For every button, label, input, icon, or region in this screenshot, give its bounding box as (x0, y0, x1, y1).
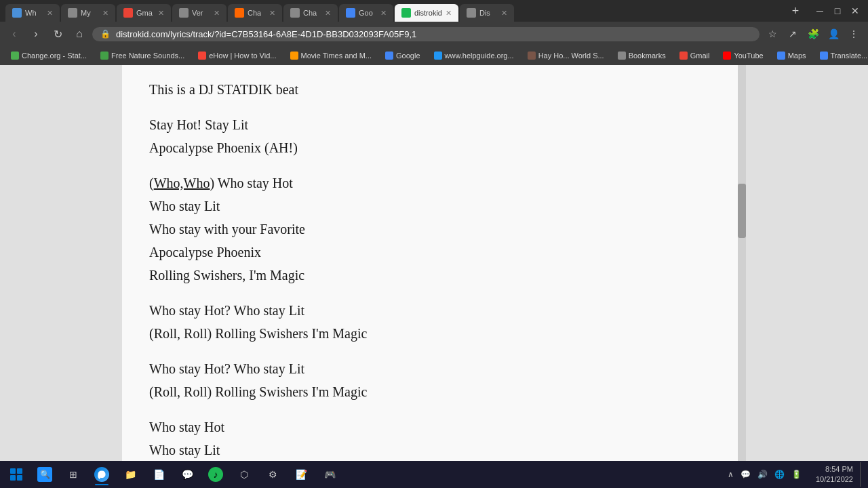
bookmark-helpguide[interactable]: www.helpguide.org... (429, 50, 519, 61)
bookmark-favicon-translate (820, 52, 828, 60)
taskbar-explorer[interactable]: 📁 (117, 462, 144, 487)
back-button[interactable]: ‹ (5, 25, 23, 43)
tab-favicon-3 (123, 8, 133, 18)
url-input[interactable] (116, 29, 751, 39)
bookmark-naturesounds[interactable]: Free Nature Sounds... (95, 50, 190, 61)
taskbar-edge[interactable] (88, 462, 115, 487)
lyrics-hook1: Who stay Hot? Who stay Lit (Roll, Roll) … (149, 300, 719, 344)
tab-label-5: Cha (248, 9, 261, 17)
share-button[interactable]: ↗ (784, 25, 802, 43)
bookmark-favicon-gmail (679, 52, 688, 60)
bookmark-star-button[interactable]: ☆ (764, 25, 781, 43)
tab-close-7[interactable]: ✕ (380, 9, 387, 18)
scrollbar-thumb[interactable] (738, 184, 746, 238)
tab-8-active[interactable]: distrokid ✕ (395, 4, 458, 22)
tab-close-5[interactable]: ✕ (269, 9, 275, 18)
who-who-link[interactable]: Who,Who (154, 176, 210, 190)
tab-close-3[interactable]: ✕ (158, 9, 164, 18)
taskbar-app1[interactable]: ⬡ (231, 462, 258, 487)
tab-9[interactable]: Dis ✕ (460, 4, 514, 22)
taskbar-spotify[interactable]: ♪ (202, 462, 229, 487)
taskbar-notepad[interactable]: 📄 (145, 462, 172, 487)
browser-content: This is a DJ STATDIK beat Stay Hot! Stay… (0, 65, 868, 461)
taskview-icon: ⊞ (66, 467, 81, 482)
tab-4[interactable]: Ver ✕ (172, 4, 226, 22)
notepad-icon: 📄 (151, 467, 166, 482)
tray-chevron[interactable]: ∧ (726, 468, 736, 481)
profile-button[interactable]: 👤 (825, 25, 842, 43)
bookmark-changeorg[interactable]: Change.org - Stat... (5, 50, 92, 61)
taskbar-clock[interactable]: 8:54 PM 10/21/2022 (810, 464, 859, 485)
lyrics-hook1-line1: Who stay Hot? Who stay Lit (149, 300, 719, 321)
bookmark-hayho[interactable]: Hay Ho... World S... (522, 50, 610, 61)
lyrics-verse1-line3: Who stay with your Favorite (149, 218, 719, 240)
tab-1[interactable]: Wh ✕ (5, 4, 60, 22)
taskbar-app2[interactable]: 📝 (288, 462, 315, 487)
show-desktop-button[interactable] (860, 462, 865, 487)
lyrics-verse1-line5: Rolling Swishers, I'm Magic (149, 264, 719, 286)
bookmark-label-ehow: eHow | How to Vid... (209, 52, 276, 60)
lyrics-hook2-line2: (Roll, Roll) Rolling Swishers I'm Magic (149, 381, 719, 403)
extensions-button[interactable]: 🧩 (804, 25, 822, 43)
bookmark-label-changeorg: Change.org - Stat... (22, 52, 87, 60)
bookmark-label-gmail: Gmail (690, 52, 710, 60)
tray-battery[interactable]: 🔋 (789, 468, 804, 481)
bookmark-gmail[interactable]: Gmail (674, 50, 715, 61)
windows-logo-icon (10, 468, 22, 481)
menu-button[interactable]: ⋮ (845, 25, 863, 43)
tab-close-2[interactable]: ✕ (102, 9, 108, 18)
window-controls: ─ □ ✕ (812, 3, 863, 18)
tab-close-4[interactable]: ✕ (214, 9, 220, 18)
taskbar-messaging[interactable]: 💬 (174, 462, 201, 487)
bookmark-favicon-ehow (198, 52, 206, 60)
tab-label-3: Gma (136, 9, 153, 17)
tray-volume[interactable]: 🔊 (755, 468, 770, 481)
tab-label-7: Goo (359, 9, 373, 17)
bookmark-movie[interactable]: Movie Times and M... (285, 50, 378, 61)
tab-5[interactable]: Cha ✕ (228, 4, 282, 22)
ssl-lock-icon: 🔒 (100, 29, 111, 39)
lyrics-verse2: Who stay Hot Who stay Lit Who stay with … (149, 416, 719, 461)
tab-close-9[interactable]: ✕ (501, 9, 507, 18)
taskbar-settings[interactable]: ⚙ (259, 462, 286, 487)
spotify-icon: ♪ (208, 467, 223, 482)
bookmark-label-nature: Free Nature Sounds... (111, 52, 184, 60)
tab-2[interactable]: My ✕ (61, 4, 115, 22)
tab-6[interactable]: Cha ✕ (283, 4, 338, 22)
tab-favicon-9 (467, 8, 476, 18)
tab-3[interactable]: Gma ✕ (117, 4, 171, 22)
minimize-button[interactable]: ─ (812, 3, 827, 18)
lyrics-verse1: (Who,Who) Who stay Hot Who stay Lit Who … (149, 172, 719, 286)
lyrics-intro: This is a DJ STATDIK beat (149, 79, 719, 100)
tray-network[interactable]: 🌐 (772, 468, 787, 481)
taskbar-taskview[interactable]: ⊞ (60, 462, 87, 487)
bookmark-favicon-changeorg (11, 52, 19, 60)
lyrics-chorus1-line1: Stay Hot! Stay Lit (149, 114, 719, 136)
tab-favicon-6 (290, 8, 300, 18)
taskbar-search[interactable]: 🔍 (31, 462, 58, 487)
tray-message[interactable]: 💬 (738, 468, 753, 481)
new-tab-button[interactable]: + (787, 2, 804, 20)
tab-favicon-4 (179, 8, 189, 18)
bookmark-maps[interactable]: Maps (772, 50, 812, 61)
scrollbar[interactable] (738, 65, 746, 461)
bookmark-youtube[interactable]: YouTube (717, 50, 768, 61)
start-button[interactable] (3, 462, 30, 487)
tab-close-6[interactable]: ✕ (325, 9, 331, 18)
bookmark-google[interactable]: Google (380, 50, 425, 61)
tab-close-1[interactable]: ✕ (47, 9, 53, 18)
maximize-button[interactable]: □ (830, 3, 845, 18)
bookmark-bookmarks[interactable]: Bookmarks (612, 50, 671, 61)
tab-7[interactable]: Goo ✕ (339, 4, 393, 22)
lyrics-verse2-line2: Who stay Lit (149, 439, 719, 461)
forward-button[interactable]: › (27, 25, 45, 43)
bookmark-translate[interactable]: Translate... (814, 50, 868, 61)
tab-close-8[interactable]: ✕ (446, 9, 452, 18)
lyrics-container: This is a DJ STATDIK beat Stay Hot! Stay… (149, 79, 719, 461)
close-button[interactable]: ✕ (848, 3, 863, 18)
home-button[interactable]: ⌂ (71, 25, 88, 43)
refresh-button[interactable]: ↻ (49, 25, 66, 43)
address-bar[interactable]: 🔒 (92, 27, 760, 41)
taskbar-game[interactable]: 🎮 (316, 462, 343, 487)
bookmark-ehow[interactable]: eHow | How to Vid... (193, 50, 281, 61)
